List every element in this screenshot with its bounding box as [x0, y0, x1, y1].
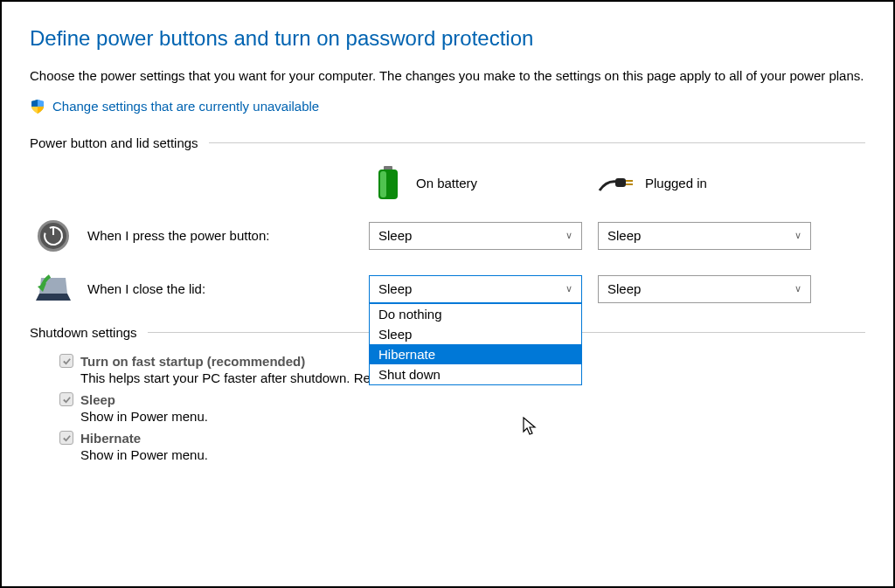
shutdown-item-hibernate: Hibernate Show in Power menu. [59, 431, 865, 462]
page-description: Choose the power settings that you want … [30, 66, 865, 86]
section-power-lid-legend: Power button and lid settings [30, 135, 865, 150]
shutdown-sleep-label: Sleep [80, 392, 115, 407]
select-power-button-plugged-value: Sleep [607, 228, 641, 243]
change-settings-row: Change settings that are currently unava… [30, 99, 865, 114]
col-header-plugged-label: Plugged in [645, 176, 707, 190]
select-close-lid-plugged[interactable]: Sleep ∨ [598, 275, 811, 303]
svg-rect-5 [626, 183, 633, 185]
select-power-button-battery-value: Sleep [378, 228, 412, 243]
chevron-down-icon: ∨ [565, 230, 572, 241]
lid-icon [30, 274, 77, 304]
chevron-down-icon: ∨ [794, 283, 801, 294]
checkbox-sleep[interactable] [59, 392, 73, 406]
shutdown-fast-startup-label: Turn on fast startup (recommended) [80, 354, 305, 369]
dropdown-close-lid-battery: Do nothing Sleep Hibernate Shut down [369, 303, 582, 385]
select-close-lid-battery-value: Sleep [378, 281, 412, 296]
row-power-button: When I press the power button: Sleep ∨ S… [30, 218, 865, 253]
shield-icon [30, 99, 45, 114]
column-headers: On battery Plugged in [30, 164, 865, 203]
battery-icon [369, 164, 407, 203]
row-close-lid: When I close the lid: Sleep ∨ Do nothing… [30, 274, 865, 304]
select-power-button-plugged[interactable]: Sleep ∨ [598, 222, 811, 250]
dropdown-option-shut-down[interactable]: Shut down [370, 364, 581, 384]
shutdown-sleep-desc: Show in Power menu. [80, 409, 865, 424]
power-button-icon [30, 218, 77, 253]
dropdown-option-sleep[interactable]: Sleep [370, 324, 581, 344]
svg-rect-9 [52, 226, 54, 235]
checkbox-hibernate[interactable] [59, 431, 73, 445]
col-header-battery-label: On battery [416, 176, 477, 190]
shutdown-hibernate-desc: Show in Power menu. [80, 447, 865, 462]
row-close-lid-label: When I close the lid: [77, 281, 369, 296]
change-settings-link[interactable]: Change settings that are currently unava… [52, 99, 319, 114]
select-power-button-battery[interactable]: Sleep ∨ [369, 222, 582, 250]
chevron-down-icon: ∨ [794, 230, 801, 241]
select-close-lid-plugged-value: Sleep [607, 281, 641, 296]
shutdown-hibernate-label: Hibernate [80, 431, 141, 446]
dropdown-option-do-nothing[interactable]: Do nothing [370, 304, 581, 324]
col-header-battery: On battery [369, 164, 598, 203]
section-shutdown-label: Shutdown settings [30, 325, 137, 340]
checkbox-fast-startup[interactable] [59, 354, 73, 368]
svg-rect-3 [615, 178, 626, 187]
svg-rect-2 [380, 171, 386, 197]
chevron-down-icon: ∨ [565, 283, 572, 294]
section-power-lid-label: Power button and lid settings [30, 135, 198, 150]
svg-rect-4 [626, 180, 633, 182]
col-header-plugged: Plugged in [598, 164, 827, 203]
dropdown-option-hibernate[interactable]: Hibernate [370, 344, 581, 364]
plug-icon [598, 164, 636, 203]
shutdown-item-sleep: Sleep Show in Power menu. [59, 392, 865, 424]
page-title: Define power buttons and turn on passwor… [30, 26, 865, 51]
row-power-button-label: When I press the power button: [77, 228, 369, 243]
select-close-lid-battery[interactable]: Sleep ∨ Do nothing Sleep Hibernate Shut … [369, 275, 582, 303]
divider [209, 142, 865, 143]
